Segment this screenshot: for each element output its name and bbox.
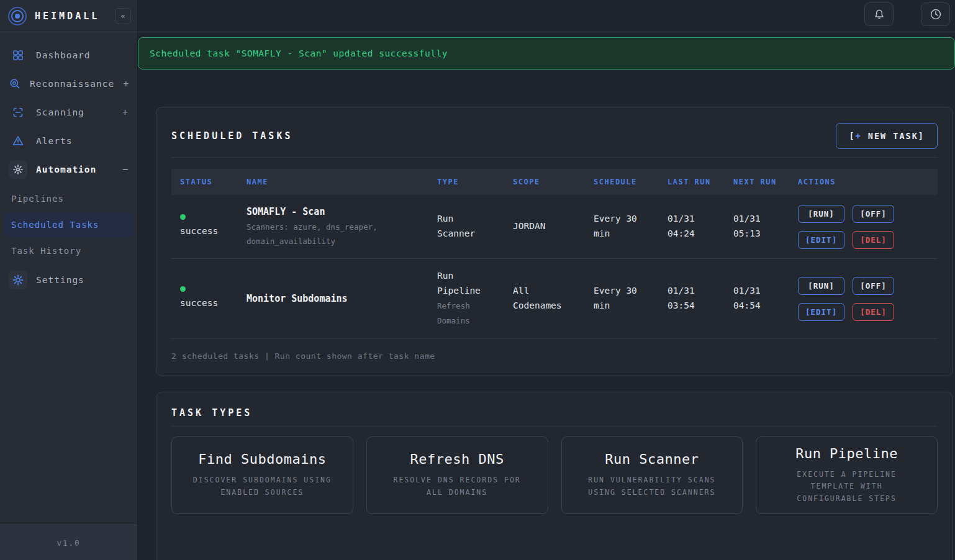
sidebar-subitem-label: Pipelines <box>11 194 64 204</box>
column-header-next-run: NEXT RUN <box>733 178 798 186</box>
task-type-card-find-subdomains[interactable]: Find Subdomains DISCOVER SUBDOMAINS USIN… <box>171 436 353 514</box>
sidebar-item-label: Reconnaissance <box>30 79 114 89</box>
column-header-last-run: LAST RUN <box>668 178 733 186</box>
success-banner-message: Scheduled task "SOMAFLY - Scan" updated … <box>150 48 448 58</box>
card-title: Run Pipeline <box>795 446 898 461</box>
scope-cell: All Codenames <box>513 284 572 314</box>
sidebar-item-label: Alerts <box>36 136 72 146</box>
history-button[interactable] <box>921 2 950 26</box>
new-task-plus: + <box>856 131 862 141</box>
sidebar-nav: Dashboard Reconnaissance + <box>0 32 137 525</box>
next-run-cell: 01/31 05:13 <box>733 212 772 242</box>
status-cell: success <box>180 214 247 239</box>
expander-glyph: − <box>122 164 129 175</box>
settings-gear-icon <box>9 271 27 289</box>
automation-icon <box>9 160 27 179</box>
sidebar-subitem-scheduled-tasks[interactable]: Scheduled Tasks <box>4 212 134 237</box>
card-description: EXECUTE A PIPELINE TEMPLATE WITH CONFIGU… <box>776 469 917 505</box>
reconnaissance-icon <box>9 75 21 93</box>
sidebar-footer: v1.0 <box>0 525 137 560</box>
column-header-status: STATUS <box>180 178 247 186</box>
delete-button[interactable]: [DEL] <box>853 231 894 249</box>
sidebar: HEIMDALL « Dashboard <box>0 0 138 560</box>
scanning-icon <box>9 103 27 122</box>
panel-divider <box>171 426 938 427</box>
sidebar-collapse-button[interactable]: « <box>115 8 131 24</box>
topbar <box>138 0 955 32</box>
expander-glyph: + <box>122 107 129 118</box>
edit-button[interactable]: [EDIT] <box>798 231 844 249</box>
sidebar-item-label: Automation <box>36 165 96 174</box>
task-types-title: TASK TYPES <box>171 407 938 418</box>
task-name-subtitle: Scanners: azure, dns_reaper, domain_avai… <box>247 220 402 248</box>
notifications-button[interactable] <box>864 2 894 26</box>
type-cell: Run Pipeline Refresh Domains <box>437 269 488 328</box>
sidebar-item-settings[interactable]: Settings <box>0 266 137 294</box>
sidebar-item-alerts[interactable]: Alerts <box>0 127 137 155</box>
table-footer-note: 2 scheduled tasks | Run count shown afte… <box>171 339 938 361</box>
task-type-card-run-scanner[interactable]: Run Scanner RUN VULNERABILITY SCANS USIN… <box>561 436 743 514</box>
actions-cell: [RUN] [OFF] [EDIT] [DEL] <box>798 277 938 321</box>
card-description: RESOLVE DNS RECORDS FOR ALL DOMAINS <box>387 474 528 499</box>
sidebar-item-label: Scanning <box>36 107 84 117</box>
scheduled-tasks-title: SCHEDULED TASKS <box>171 130 292 142</box>
expander-glyph: + <box>123 78 129 89</box>
delete-button[interactable]: [DEL] <box>853 303 894 321</box>
sidebar-subitem-task-history[interactable]: Task History <box>4 238 134 263</box>
main-area: Scheduled task "SOMAFLY - Scan" updated … <box>138 0 955 560</box>
task-type: Run Scanner <box>437 212 488 242</box>
column-header-type: TYPE <box>437 178 513 186</box>
task-type-cards: Find Subdomains DISCOVER SUBDOMAINS USIN… <box>171 436 938 514</box>
scheduled-tasks-panel: SCHEDULED TASKS [+ NEW TASK] STATUS NAME… <box>156 107 953 376</box>
table-row: success Monitor Subdomains Run Pipeline … <box>171 259 938 339</box>
status-dot <box>180 286 186 292</box>
bell-icon <box>872 7 886 21</box>
sidebar-item-scanning[interactable]: Scanning + <box>0 98 137 127</box>
app-title: HEIMDALL <box>35 11 109 22</box>
name-cell: SOMAFLY - Scan Scanners: azure, dns_reap… <box>247 205 437 249</box>
app-version: v1.0 <box>57 538 80 548</box>
sidebar-subitem-pipelines[interactable]: Pipelines <box>4 186 134 211</box>
next-run-cell: 01/31 04:54 <box>733 284 772 314</box>
sidebar-item-automation[interactable]: Automation − <box>0 155 137 184</box>
edit-button[interactable]: [EDIT] <box>798 303 844 321</box>
scheduled-tasks-header: SCHEDULED TASKS [+ NEW TASK] <box>171 122 938 150</box>
sidebar-item-label: Dashboard <box>36 50 91 60</box>
status-cell: success <box>180 286 247 311</box>
task-type-subtitle: Refresh Domains <box>437 299 488 328</box>
sidebar-subitem-label: Scheduled Tasks <box>11 220 99 230</box>
actions-cell: [RUN] [OFF] [EDIT] [DEL] <box>798 205 938 249</box>
panel-divider <box>171 157 938 158</box>
card-title: Run Scanner <box>605 451 699 467</box>
sidebar-item-reconnaissance[interactable]: Reconnaissance + <box>0 70 137 98</box>
new-task-button[interactable]: [+ NEW TASK] <box>836 123 938 149</box>
sidebar-header: HEIMDALL « <box>0 0 137 32</box>
schedule-cell: Every 30 min <box>594 212 651 242</box>
new-task-label: NEW TASK] <box>862 131 925 141</box>
task-name: Monitor Subdomains <box>247 292 437 306</box>
task-types-panel: TASK TYPES Find Subdomains DISCOVER SUBD… <box>156 392 953 560</box>
last-run-cell: 01/31 04:24 <box>668 212 706 242</box>
scope-cell: JORDAN <box>513 219 572 234</box>
table-header-row: STATUS NAME TYPE SCOPE SCHEDULE LAST RUN… <box>171 169 938 195</box>
run-button[interactable]: [RUN] <box>798 277 844 295</box>
run-button[interactable]: [RUN] <box>798 205 844 223</box>
sidebar-item-dashboard[interactable]: Dashboard <box>0 41 137 70</box>
content: SCHEDULED TASKS [+ NEW TASK] STATUS NAME… <box>138 70 955 560</box>
scheduled-tasks-table: STATUS NAME TYPE SCOPE SCHEDULE LAST RUN… <box>171 169 938 339</box>
status-label: success <box>180 296 218 311</box>
table-row: success SOMAFLY - Scan Scanners: azure, … <box>171 195 938 259</box>
clock-icon <box>929 7 943 21</box>
status-label: success <box>180 224 218 239</box>
off-button[interactable]: [OFF] <box>853 277 894 295</box>
task-type: Run Pipeline <box>437 269 488 299</box>
automation-subnav: Pipelines Scheduled Tasks Task History <box>0 184 137 266</box>
task-type-card-refresh-dns[interactable]: Refresh DNS RESOLVE DNS RECORDS FOR ALL … <box>366 436 548 514</box>
off-button[interactable]: [OFF] <box>853 205 894 223</box>
schedule-cell: Every 30 min <box>594 284 651 314</box>
card-title: Refresh DNS <box>410 451 504 467</box>
task-type-card-run-pipeline[interactable]: Run Pipeline EXECUTE A PIPELINE TEMPLATE… <box>756 436 938 514</box>
card-title: Find Subdomains <box>198 451 326 467</box>
alerts-icon <box>9 132 27 150</box>
type-cell: Run Scanner <box>437 212 488 242</box>
